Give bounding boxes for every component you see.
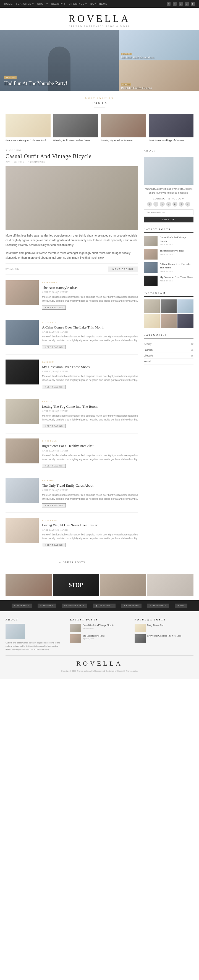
cat-item-3[interactable]: Lifestyle 18 xyxy=(144,353,193,359)
footer-latest-2[interactable]: The Best Hairstyle Ideas April 20, 2016 xyxy=(70,634,129,643)
list-post-img-3[interactable] xyxy=(6,360,39,385)
list-post-1-readmore[interactable]: KEEP READING xyxy=(42,305,66,310)
latest-date-3: APRIL 20, 2016 xyxy=(160,270,193,272)
footer-pinterest-btn[interactable]: p PINTEREST xyxy=(121,604,142,608)
list-post-img-4[interactable] xyxy=(6,399,39,424)
latest-thumb-1 xyxy=(144,236,158,246)
sidebar-tw-icon[interactable]: t xyxy=(153,202,158,207)
footer-tw-icon: t xyxy=(40,605,42,607)
list-post-img-5[interactable] xyxy=(6,439,39,463)
list-post-4-title[interactable]: Letting The Fog Come Into The Room xyxy=(42,404,138,409)
footer-instagram-btn[interactable]: ◉ INSTAGRAM xyxy=(93,604,115,608)
list-post-3-readmore[interactable]: KEEP READING xyxy=(42,385,66,389)
latest-post-1[interactable]: Casual Outfit And Vintage Bicycle APRIL … xyxy=(144,236,193,246)
list-post-1: HAIRSTYLE The Best Hairstyle Ideas APRIL… xyxy=(6,280,138,315)
list-post-content-6: FASHION The Only Trend Emily Cares About… xyxy=(42,478,138,508)
insta-item-4[interactable] xyxy=(144,314,160,328)
cat-item-4[interactable]: Travel 7 xyxy=(144,359,193,364)
list-post-5-title[interactable]: Ingredients For a Healthy Breakfast xyxy=(42,444,138,449)
insta-item-6[interactable] xyxy=(177,314,193,328)
popular-item-4[interactable]: Basic Inner Workings of Camera xyxy=(149,114,194,142)
list-post-content-7: LIFESTYLE Losing Weight Has Never Been E… xyxy=(42,518,138,547)
footer-twitter-btn[interactable]: t TWITTER xyxy=(38,604,56,608)
list-post-7-title[interactable]: Losing Weight Has Never Been Easier xyxy=(42,523,138,528)
hero-main[interactable]: TRAVEL Had Fun At The Youtube Party! xyxy=(0,30,119,91)
insta-item-2[interactable] xyxy=(161,299,177,313)
latest-date-2: APRIL 20, 2016 xyxy=(160,253,184,255)
newsletter-button[interactable]: SIGN UP xyxy=(144,216,193,223)
footer-bloglovin-btn[interactable]: b BLOGLOVIN xyxy=(147,604,169,608)
older-posts[interactable]: ← OLDER POSTS xyxy=(6,557,138,570)
hero-side-item-1[interactable]: BEAUTY Minimal Shelf Decorations xyxy=(119,30,199,60)
cat-item-2[interactable]: Fashion 25 xyxy=(144,347,193,353)
list-post-5-readmore[interactable]: KEEP READING xyxy=(42,464,66,468)
newsletter-input[interactable] xyxy=(144,209,193,215)
nav-buy-theme[interactable]: BUY THEME xyxy=(90,3,107,5)
bottom-grid-2[interactable]: STOP xyxy=(53,574,99,596)
bottom-grid-3[interactable] xyxy=(100,574,147,596)
nav-shop[interactable]: SHOP ▾ xyxy=(37,3,48,5)
insta-item-3[interactable] xyxy=(177,299,193,313)
popular-item-2[interactable]: Wearing Bold New Leather Dress xyxy=(53,114,98,142)
list-post-img-2[interactable] xyxy=(6,320,39,345)
list-post-6-readmore[interactable]: KEEP READING xyxy=(42,503,66,508)
popular-item-3[interactable]: Staying Hydrated In Summer xyxy=(101,114,146,142)
nav-features[interactable]: FEATURES ▾ xyxy=(16,3,34,5)
older-posts-label[interactable]: ← OLDER POSTS xyxy=(58,561,85,564)
list-post-img-1[interactable] xyxy=(6,280,39,305)
nav-youtube-icon[interactable]: ▶ xyxy=(191,2,195,6)
cat-item-1[interactable]: Beauty 12 xyxy=(144,341,193,347)
sidebar-rss-icon[interactable]: ⊕ xyxy=(179,202,184,207)
latest-post-4[interactable]: My Obsession Over These Shoes APRIL 20, … xyxy=(144,275,193,286)
latest-post-3[interactable]: A Calm Comes Over The Lake This Month AP… xyxy=(144,262,193,273)
list-post-content-5: LIFESTYLE Ingredients For a Healthy Brea… xyxy=(42,439,138,468)
insta-item-5[interactable] xyxy=(161,314,177,328)
featured-read-more[interactable]: NEXT PERIOD xyxy=(108,266,138,272)
featured-title[interactable]: Casual Outfit And Vintage Bicycle xyxy=(6,153,138,159)
list-post-content-4: BEAUTY Letting The Fog Come Into The Roo… xyxy=(42,399,138,428)
list-post-5-meta: APRIL 20, 2016 | 5 HEARTS xyxy=(42,450,138,452)
nav-facebook-icon[interactable]: f xyxy=(167,2,171,6)
nav-twitter-icon[interactable]: t xyxy=(173,2,177,6)
popular-img-2 xyxy=(53,114,98,137)
list-post-4-readmore[interactable]: KEEP READING xyxy=(42,424,66,428)
popular-img-3 xyxy=(101,114,146,137)
popular-img-1 xyxy=(6,114,51,137)
bottom-grid-1[interactable] xyxy=(6,574,52,596)
footer-rss-btn[interactable]: ⊕ RSS xyxy=(175,604,187,608)
list-post-2-title[interactable]: A Calm Comes Over The Lake This Month xyxy=(42,325,138,330)
bottom-grid-4[interactable] xyxy=(147,574,193,596)
nav-links[interactable]: HOME FEATURES ▾ SHOP ▾ BEAUTY ▾ LIFESTYL… xyxy=(4,3,107,5)
list-post-1-title[interactable]: The Best Hairstyle Ideas xyxy=(42,285,138,290)
sidebar-bl-icon[interactable]: b xyxy=(185,202,190,207)
footer-facebook-btn[interactable]: f FACEBOOK xyxy=(12,604,32,608)
list-post-7-readmore[interactable]: KEEP READING xyxy=(42,543,66,547)
nav-beauty[interactable]: BEAUTY ▾ xyxy=(51,3,65,5)
hero-side-item-2[interactable]: TRAVEL Beautiful Coffee Designs xyxy=(119,60,199,91)
latest-post-2[interactable]: The Best Hairstyle Ideas APRIL 20, 2016 xyxy=(144,249,193,259)
nav-lifestyle[interactable]: LIFESTYLE ▾ xyxy=(69,3,87,5)
footer-popular-1[interactable]: Pretty Blonde Girl xyxy=(134,624,193,632)
site-title[interactable]: ROVELLA xyxy=(0,13,199,24)
sidebar-yt-icon[interactable]: ▶ xyxy=(172,202,177,207)
list-post-3-title[interactable]: My Obsession Over These Shoes xyxy=(42,364,138,369)
nav-home[interactable]: HOME xyxy=(4,3,13,5)
list-post-img-7[interactable] xyxy=(6,518,39,542)
hero-side1-title: Minimal Shelf Decorations xyxy=(121,56,154,59)
nav-google-icon[interactable]: g+ xyxy=(179,2,183,6)
sidebar-gp-icon[interactable]: g xyxy=(160,202,165,207)
list-post-img-6[interactable] xyxy=(6,478,39,503)
list-post-6-title[interactable]: The Only Trend Emily Cares About xyxy=(42,483,138,488)
popular-item-1[interactable]: Everyone is Going for This New Look xyxy=(6,114,51,142)
footer-logo-title[interactable]: ROVELLA xyxy=(6,660,193,667)
footer-gplus-btn[interactable]: g+ GOOGLE PLUS xyxy=(62,604,88,608)
nav-pinterest-icon[interactable]: p xyxy=(185,2,189,6)
footer-latest-col: LATEST POSTS Casual Outfit And Vintage B… xyxy=(70,618,129,651)
list-post-1-cat: HAIRSTYLE xyxy=(42,282,58,284)
footer-latest-1[interactable]: Casual Outfit And Vintage Bicycle April … xyxy=(70,624,129,632)
list-post-2-readmore[interactable]: KEEP READING xyxy=(42,345,66,349)
footer-popular-2[interactable]: Everyone is Going for This New Look xyxy=(134,634,193,643)
sidebar-pin-icon[interactable]: p xyxy=(166,202,171,207)
insta-item-1[interactable] xyxy=(144,299,160,313)
sidebar-fb-icon[interactable]: f xyxy=(147,202,152,207)
